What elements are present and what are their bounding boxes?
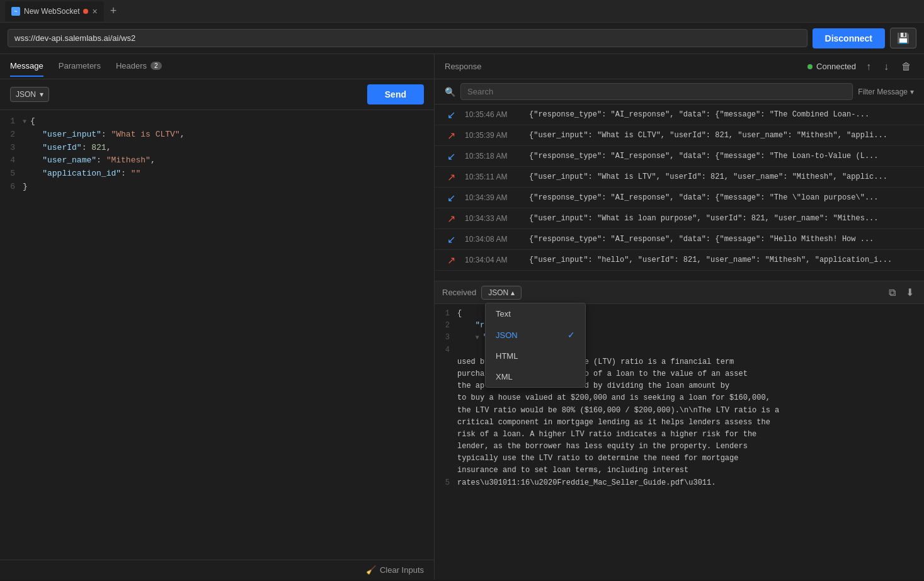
direction-in-icon: ↙ (445, 108, 457, 121)
message-time: 10:34:04 AM (465, 256, 522, 264)
response-header: Response Connected ↑ ↓ 🗑 (435, 54, 924, 79)
format-option-html[interactable]: HTML (486, 346, 585, 366)
url-bar: Disconnect 💾 (0, 23, 924, 54)
direction-out-icon: ↗ (445, 129, 457, 142)
tab-dot (83, 9, 88, 14)
recv-line-13: typically use the LTV ratio to determine… (435, 453, 924, 465)
response-title: Response (445, 62, 482, 71)
chevron-down-icon: ▾ (910, 87, 914, 96)
disconnect-button[interactable]: Disconnect (813, 28, 885, 48)
tab-parameters[interactable]: Parameters (59, 56, 101, 77)
message-row[interactable]: ↗ 10:34:33 AM {"user_input": "What is lo… (435, 208, 924, 229)
chevron-up-icon: ▴ (511, 288, 515, 297)
recv-line-8: to buy a house valued at $200,000 and is… (435, 392, 924, 404)
message-content: {"user_input": "What is loan purpose", "… (529, 214, 914, 223)
message-time: 10:34:33 AM (465, 214, 522, 223)
received-toolbar: Received JSON ▴ ⧉ ⬇ Text JSON ✓ (435, 281, 924, 304)
recv-line-15: 5 rates\u301011:16\u2020Freddie_Mac_Sell… (435, 477, 924, 489)
message-row[interactable]: ↙ 10:35:46 AM {"response_type": "AI_resp… (435, 104, 924, 125)
headers-badge: 2 (151, 62, 162, 70)
code-editor[interactable]: 1 ▼ { 2 "user_input": "What is CLTV", 3 … (0, 110, 434, 560)
message-row[interactable]: ↗ 10:35:39 AM {"user_input": "What is CL… (435, 125, 924, 146)
message-time: 10:35:11 AM (465, 172, 522, 181)
direction-out-icon: ↗ (445, 212, 457, 225)
code-line-2: 2 "user_input": "What is CLTV", (0, 128, 434, 142)
recv-line-14: insurance and to set loan terms, includi… (435, 465, 924, 477)
message-row[interactable]: ↙ 10:34:08 AM {"response_type": "AI_resp… (435, 229, 924, 250)
check-icon: ✓ (568, 330, 575, 340)
format-option-xml[interactable]: XML (486, 366, 585, 387)
scroll-up-button[interactable]: ↑ (864, 60, 874, 74)
message-content: {"response_type": "AI_response", "data":… (529, 110, 914, 119)
right-panel: Response Connected ↑ ↓ 🗑 🔍 Filter Messag… (435, 54, 924, 580)
clear-inputs-button[interactable]: 🧹 Clear Inputs (366, 565, 424, 575)
message-time: 10:34:39 AM (465, 193, 522, 202)
code-line-5: 5 "application_id": "" (0, 167, 434, 181)
recv-line-12: lender, as the borrower has less equity … (435, 441, 924, 453)
message-content: {"response_type": "AI_response", "data":… (529, 152, 914, 161)
message-content: {"user_input": "hello", "userId": 821, "… (529, 256, 914, 264)
code-line-6: 6 } (0, 181, 434, 194)
message-content: {"user_input": "What is CLTV", "userId":… (529, 131, 914, 140)
new-tab-button[interactable]: + (106, 3, 121, 19)
send-button[interactable]: Send (367, 84, 424, 104)
received-panel: Received JSON ▴ ⧉ ⬇ Text JSON ✓ (435, 281, 924, 493)
code-line-4: 4 "user_name": "Mithesh", (0, 154, 434, 167)
filter-message-button[interactable]: Filter Message ▾ (858, 87, 914, 96)
search-bar: 🔍 Filter Message ▾ (435, 79, 924, 104)
save-button[interactable]: 💾 (890, 28, 916, 48)
message-toolbar: JSON ▾ Send (0, 79, 434, 110)
copy-button[interactable]: ⧉ (886, 285, 898, 300)
format-json-button[interactable]: JSON ▴ (481, 286, 522, 300)
message-row[interactable]: ↗ 10:34:04 AM {"user_input": "hello", "u… (435, 250, 924, 271)
code-line-1: 1 ▼ { (0, 115, 434, 128)
received-label: Received (442, 288, 476, 297)
format-dropdown: Text JSON ✓ HTML XML (485, 303, 586, 388)
recv-line-11: risk of a loan. A higher LTV ratio indic… (435, 429, 924, 441)
message-row[interactable]: ↙ 10:34:39 AM {"response_type": "AI_resp… (435, 188, 924, 208)
download-button[interactable]: ⬇ (903, 285, 916, 300)
response-controls: Connected ↑ ↓ 🗑 (807, 60, 914, 74)
message-content: {"response_type": "AI_response", "data":… (529, 193, 914, 202)
scroll-down-button[interactable]: ↓ (881, 60, 891, 74)
format-option-json[interactable]: JSON ✓ (486, 324, 585, 346)
message-content: {"user_input": "What is LTV", "userId": … (529, 172, 914, 181)
message-list[interactable]: ↙ 10:35:46 AM {"response_type": "AI_resp… (435, 104, 924, 281)
format-select[interactable]: JSON ▾ (10, 87, 49, 102)
tab-bar: ~ New WebSocket × + (0, 0, 924, 23)
format-option-text[interactable]: Text (486, 303, 585, 324)
main-content: Message Parameters Headers 2 JSON ▾ Send… (0, 54, 924, 580)
recv-line-10: critical component in mortgage lending a… (435, 417, 924, 429)
direction-out-icon: ↗ (445, 254, 457, 266)
bottom-bar: 🧹 Clear Inputs (0, 560, 434, 580)
direction-in-icon: ↙ (445, 191, 457, 204)
connected-dot (807, 64, 813, 69)
panel-tabs: Message Parameters Headers 2 (0, 54, 434, 79)
url-input[interactable] (8, 29, 807, 47)
code-line-3: 3 "userId": 821, (0, 142, 434, 155)
message-row[interactable]: ↗ 10:35:11 AM {"user_input": "What is LT… (435, 167, 924, 188)
search-icon: 🔍 (445, 87, 455, 97)
message-time: 10:35:18 AM (465, 152, 522, 161)
tab-headers[interactable]: Headers 2 (116, 56, 162, 77)
left-panel: Message Parameters Headers 2 JSON ▾ Send… (0, 54, 435, 580)
chevron-down-icon: ▾ (40, 90, 43, 99)
active-tab[interactable]: ~ New WebSocket × (5, 1, 104, 21)
direction-out-icon: ↗ (445, 171, 457, 183)
tab-message[interactable]: Message (10, 56, 43, 77)
search-input[interactable] (460, 83, 853, 100)
recv-line-9: the LTV ratio would be 80% ($160,000 / $… (435, 405, 924, 417)
broom-icon: 🧹 (366, 565, 376, 575)
message-row[interactable]: ↙ 10:35:18 AM {"response_type": "AI_resp… (435, 146, 924, 167)
message-content: {"response_type": "AI_response", "data":… (529, 235, 914, 244)
tab-close-button[interactable]: × (92, 7, 97, 16)
direction-in-icon: ↙ (445, 233, 457, 245)
message-time: 10:35:46 AM (465, 110, 522, 119)
message-time: 10:35:39 AM (465, 131, 522, 140)
clear-response-button[interactable]: 🗑 (899, 60, 914, 74)
tab-title: New WebSocket (24, 7, 79, 16)
direction-in-icon: ↙ (445, 150, 457, 162)
connection-status: Connected (807, 62, 856, 71)
websocket-icon: ~ (11, 7, 20, 16)
message-time: 10:34:08 AM (465, 235, 522, 244)
